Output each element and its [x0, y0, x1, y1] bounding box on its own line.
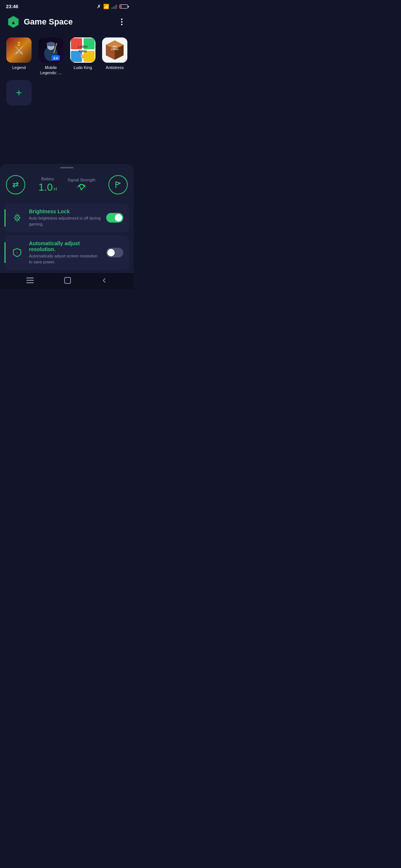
toggle-thumb — [115, 214, 122, 221]
svg-text:STRESS: STRESS — [111, 48, 119, 50]
battery-value: 1.0 — [38, 182, 53, 193]
swap-button[interactable] — [6, 175, 25, 194]
app-logo-icon: ▲ — [7, 15, 20, 29]
game-item-antistress[interactable]: ANTI STRESS Antistress — [101, 37, 128, 76]
game-icon-ml: 2.0 — [38, 37, 63, 63]
flag-icon — [114, 181, 122, 189]
flag-button[interactable] — [108, 175, 128, 194]
svg-rect-44 — [26, 280, 34, 281]
svg-rect-43 — [26, 277, 34, 279]
svg-text:KING: KING — [79, 49, 87, 53]
game-item-ml[interactable]: 2.0 Mobile Legends: ... — [37, 37, 65, 76]
svg-text:LUDO: LUDO — [78, 45, 88, 49]
more-dot-1 — [121, 19, 123, 20]
svg-line-37 — [19, 220, 19, 221]
bluetooth-icon: ✗ — [97, 4, 101, 9]
brightness-icon — [10, 211, 24, 224]
more-dot-2 — [121, 21, 123, 23]
game-icon-ludo: LUDO KING 👑 — [70, 37, 95, 63]
app-title: Game Space — [24, 17, 73, 27]
svg-line-36 — [19, 215, 19, 216]
auto-resolution-title: Automatically adjust resolution. — [29, 240, 101, 252]
auto-resolution-card: ↑ Automatically adjust resolution. Autom… — [4, 235, 129, 270]
battery-unit: H — [53, 186, 57, 192]
swap-icon — [12, 181, 20, 189]
svg-text:▲: ▲ — [11, 19, 16, 25]
battery-stat: Battery 1.0 H — [38, 177, 57, 193]
status-time: 23:46 — [6, 4, 18, 9]
auto-resolution-toggle[interactable] — [106, 248, 123, 257]
svg-point-12 — [46, 42, 55, 46]
brightness-lock-text: Brightness Lock Auto brightness adjustme… — [29, 208, 101, 227]
battery-icon — [120, 4, 128, 9]
nav-bar — [0, 273, 134, 289]
svg-rect-0 — [111, 7, 113, 9]
game-item-ludo[interactable]: LUDO KING 👑 Ludo King — [69, 37, 97, 76]
svg-text:2.0: 2.0 — [53, 56, 58, 60]
signal-stat: Signal Strength — [68, 178, 95, 193]
nav-back-button[interactable] — [98, 274, 110, 288]
game-icon-antistress: ANTI STRESS — [102, 37, 127, 63]
wifi-icon: 📶 — [103, 4, 109, 9]
game-label-antistress: Antistress — [106, 65, 124, 70]
bottom-panel: Battery 1.0 H Signal Strength — [0, 164, 134, 273]
status-bar: 23:46 ✗ 📶 — [0, 0, 134, 11]
brightness-lock-toggle[interactable] — [106, 213, 123, 223]
signal-icon — [111, 4, 117, 9]
add-icon: + — [16, 88, 22, 98]
svg-rect-45 — [26, 282, 34, 283]
stats-center: Battery 1.0 H Signal Strength — [38, 177, 95, 193]
svg-rect-2 — [114, 6, 115, 9]
stats-row: Battery 1.0 H Signal Strength — [0, 174, 134, 200]
menu-icon — [26, 277, 34, 283]
auto-resolution-desc: Automatically adjust screen resolution t… — [29, 253, 101, 265]
add-game-item[interactable]: + — [5, 80, 33, 105]
back-icon — [101, 277, 107, 283]
battery-label: Battery — [41, 177, 54, 181]
svg-text:👑: 👑 — [80, 53, 86, 59]
svg-point-33 — [16, 217, 18, 219]
svg-line-41 — [15, 220, 16, 221]
status-icons: ✗ 📶 — [97, 4, 128, 9]
game-icon-legend: ⚔ 2 — [6, 37, 32, 63]
panel-handle — [60, 167, 74, 168]
svg-rect-3 — [116, 4, 117, 9]
game-label-legend: Legend — [12, 65, 26, 70]
more-dot-3 — [121, 24, 123, 25]
svg-point-31 — [81, 189, 82, 190]
game-label-ludo: Ludo King — [74, 65, 92, 70]
more-menu-button[interactable] — [117, 17, 127, 27]
header-left: ▲ Game Space — [7, 15, 73, 29]
signal-label: Signal Strength — [68, 178, 95, 182]
games-grid: ⚔ 2 Legend — [0, 32, 134, 108]
brightness-lock-card: Brightness Lock Auto brightness adjustme… — [4, 203, 129, 232]
nav-menu-button[interactable] — [23, 274, 37, 288]
svg-rect-1 — [113, 7, 114, 9]
signal-strength-icon — [76, 183, 87, 193]
header: ▲ Game Space — [0, 11, 134, 32]
nav-home-button[interactable] — [61, 274, 74, 289]
game-item-legend[interactable]: ⚔ 2 Legend — [5, 37, 33, 76]
svg-text:↑: ↑ — [16, 251, 18, 255]
svg-text:2: 2 — [17, 41, 20, 47]
svg-rect-46 — [65, 277, 71, 283]
add-game-button[interactable]: + — [6, 80, 32, 105]
brightness-lock-desc: Auto brightness adjustment is off during… — [29, 216, 101, 227]
brightness-lock-title: Brightness Lock — [29, 208, 101, 214]
toggle-thumb-2 — [107, 249, 115, 256]
svg-text:ANTI: ANTI — [113, 45, 117, 47]
resolution-icon: ↑ — [10, 246, 24, 259]
game-label-ml: Mobile Legends: ... — [38, 65, 64, 76]
auto-resolution-text: Automatically adjust resolution. Automat… — [29, 240, 101, 265]
home-icon — [64, 277, 71, 284]
svg-line-40 — [15, 215, 16, 216]
